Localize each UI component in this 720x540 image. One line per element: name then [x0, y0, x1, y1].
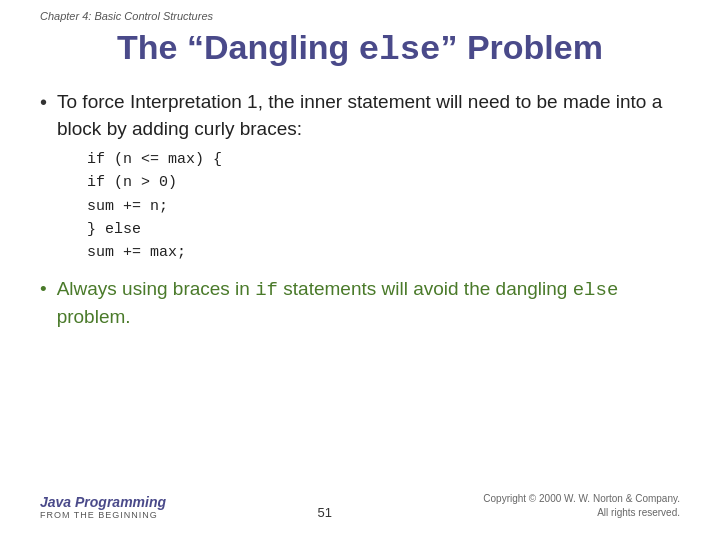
bullet2-code1: if [255, 279, 278, 301]
bullet-text-2: Always using braces in if statements wil… [57, 276, 680, 330]
code-line-1: if (n <= max) { [87, 148, 680, 171]
bullet-text-1: To force Interpretation 1, the inner sta… [57, 91, 662, 139]
chapter-header: Chapter 4: Basic Control Structures [40, 10, 680, 22]
bullet-dot-1: • [40, 91, 47, 114]
code-block: if (n <= max) { if (n > 0) sum += n; } e… [87, 148, 680, 264]
footer-brand-title: Java Programming [40, 494, 166, 510]
content-area: • To force Interpretation 1, the inner s… [40, 89, 680, 482]
bullet-dot-2: • [40, 278, 47, 300]
title-part1: The “Dangling [117, 28, 359, 66]
title-part2: ” Problem [440, 28, 602, 66]
title-code: else [359, 31, 441, 69]
bullet2-code2: else [573, 279, 619, 301]
slide-title: The “Dangling else” Problem [40, 28, 680, 69]
code-line-5: sum += max; [87, 241, 680, 264]
code-line-4: } else [87, 218, 680, 241]
footer-brand-subtitle: FROM THE BEGINNING [40, 510, 166, 520]
footer: Java Programming FROM THE BEGINNING 51 C… [40, 482, 680, 520]
bullet2-part2: statements will avoid the dangling [278, 278, 573, 299]
code-line-2: if (n > 0) [87, 171, 680, 194]
bullet2-part3: problem. [57, 306, 131, 327]
footer-brand: Java Programming FROM THE BEGINNING [40, 494, 166, 520]
footer-copyright: Copyright © 2000 W. W. Norton & Company.… [483, 492, 680, 520]
bullet-2: • Always using braces in if statements w… [40, 276, 680, 330]
code-line-3: sum += n; [87, 195, 680, 218]
bullet-1: • To force Interpretation 1, the inner s… [40, 89, 680, 264]
bullet2-part1: Always using braces in [57, 278, 256, 299]
slide: Chapter 4: Basic Control Structures The … [0, 0, 720, 540]
footer-page-number: 51 [317, 505, 331, 520]
